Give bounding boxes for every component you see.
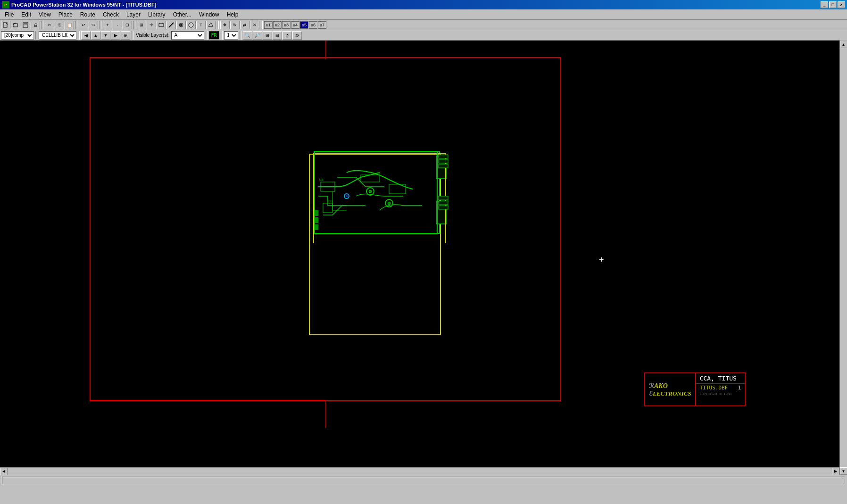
sep-t2-1 bbox=[35, 31, 37, 40]
pad-button[interactable] bbox=[186, 21, 196, 29]
zoom-in-btn2[interactable]: 🔍 bbox=[243, 31, 252, 40]
layer-tab-u3[interactable]: u3 bbox=[282, 21, 291, 29]
menu-other[interactable]: Other... bbox=[169, 9, 195, 19]
snap-button[interactable]: ✛ bbox=[147, 21, 156, 29]
menu-layer[interactable]: Layer bbox=[123, 9, 144, 19]
title-bar-left: P ProCAD PowerStation 32 for Windows 95/… bbox=[2, 1, 156, 8]
redo-button[interactable]: ↪ bbox=[89, 21, 98, 29]
layer-name-selector[interactable]: CELLLIB LIE bbox=[39, 31, 76, 40]
logo-line1: ℛAKO bbox=[649, 382, 691, 390]
menu-library[interactable]: Library bbox=[144, 9, 169, 19]
zoom-level-selector[interactable]: 1 bbox=[224, 31, 238, 40]
paste-button[interactable]: 📋 bbox=[65, 21, 74, 29]
nav-button-1[interactable]: ◀ bbox=[81, 31, 91, 40]
layer-tab-u1[interactable]: u1 bbox=[264, 21, 273, 29]
refresh-btn[interactable]: ↺ bbox=[282, 31, 292, 40]
sep1 bbox=[42, 21, 43, 29]
nav-button-4[interactable]: ▶ bbox=[111, 31, 120, 40]
zoom-out-btn2[interactable]: 🔎 bbox=[253, 31, 262, 40]
scroll-down-button[interactable]: ▼ bbox=[840, 467, 847, 475]
delete-button[interactable]: ✕ bbox=[250, 21, 259, 29]
via-button[interactable] bbox=[176, 21, 186, 29]
svg-rect-27 bbox=[315, 224, 318, 230]
minimize-button[interactable]: _ bbox=[821, 1, 828, 8]
component-button[interactable] bbox=[157, 21, 166, 29]
sep6 bbox=[261, 21, 263, 29]
cut-button[interactable]: ✂ bbox=[45, 21, 54, 29]
filename-label: TITUS.DBF bbox=[700, 385, 728, 391]
nav-button-5[interactable]: ⊕ bbox=[121, 31, 130, 40]
scroll-up-button[interactable]: ▲ bbox=[840, 41, 847, 48]
nav-button-3[interactable]: ▼ bbox=[101, 31, 110, 40]
layer-tab-u7[interactable]: u7 bbox=[318, 21, 326, 29]
mirror-button[interactable]: ⇄ bbox=[240, 21, 249, 29]
menu-edit[interactable]: Edit bbox=[17, 9, 35, 19]
svg-rect-17 bbox=[361, 175, 380, 182]
sep5 bbox=[217, 21, 219, 29]
svg-point-24 bbox=[388, 202, 390, 205]
property-btn[interactable]: ⚙ bbox=[292, 31, 302, 40]
layer-comp-selector[interactable]: [20]comp bbox=[1, 31, 34, 40]
polygon-button[interactable] bbox=[206, 21, 216, 29]
svg-rect-36 bbox=[439, 206, 448, 209]
title-logo: ℛAKO ℰLECTRONICS bbox=[645, 373, 696, 405]
sep-t2-5 bbox=[221, 31, 223, 40]
copy-button[interactable]: ⎘ bbox=[55, 21, 64, 29]
cad-canvas[interactable]: U3 PS1 BAT PO1 ℛAKO ℰLECTRONICS bbox=[0, 41, 847, 475]
print-button[interactable]: 🖨 bbox=[31, 21, 40, 29]
menu-check[interactable]: Check bbox=[99, 9, 123, 19]
layer-tab-u5[interactable]: u5 bbox=[300, 21, 308, 29]
close-button[interactable]: × bbox=[838, 1, 845, 8]
top-h-line bbox=[90, 58, 325, 58]
visible-layers-selector[interactable]: All bbox=[171, 31, 204, 40]
undo-button[interactable]: ↩ bbox=[79, 21, 88, 29]
new-button[interactable] bbox=[1, 21, 10, 29]
menu-place[interactable]: Place bbox=[55, 9, 76, 19]
cursor-crosshair: + bbox=[599, 255, 604, 265]
menu-view[interactable]: View bbox=[35, 9, 55, 19]
layer-tab-u6[interactable]: u6 bbox=[309, 21, 317, 29]
grid-button[interactable]: ⊞ bbox=[137, 21, 146, 29]
menu-file[interactable]: File bbox=[1, 9, 17, 19]
scrollbar-right: ▲ ▼ bbox=[839, 41, 847, 475]
project-name: CCA, TITUS bbox=[696, 373, 745, 384]
menu-bar: File Edit View Place Route Check Layer L… bbox=[0, 9, 847, 20]
svg-text:PS1: PS1 bbox=[328, 199, 333, 203]
zoom-in-button[interactable]: + bbox=[103, 21, 112, 29]
wire-button[interactable] bbox=[166, 21, 176, 29]
svg-rect-35 bbox=[439, 201, 448, 205]
save-button[interactable] bbox=[21, 21, 30, 29]
visible-layers-label: Visible Layer(s): bbox=[136, 33, 170, 38]
zoom-out-button[interactable]: - bbox=[113, 21, 122, 29]
pcb-traces: U3 PS1 BAT PO1 bbox=[309, 149, 455, 243]
zoom-fit-button[interactable]: ⊡ bbox=[123, 21, 132, 29]
zoom-all-btn[interactable]: ⊟ bbox=[273, 31, 282, 40]
title-bar-controls: _ □ × bbox=[821, 1, 845, 8]
open-button[interactable] bbox=[11, 21, 20, 29]
rotate-button[interactable]: ↻ bbox=[230, 21, 240, 29]
scroll-left-button[interactable]: ◀ bbox=[0, 468, 8, 475]
svg-rect-13 bbox=[314, 154, 446, 243]
menu-route[interactable]: Route bbox=[76, 9, 99, 19]
svg-rect-4 bbox=[24, 23, 27, 25]
text-button[interactable]: T bbox=[196, 21, 206, 29]
status-bar bbox=[0, 475, 847, 485]
menu-help[interactable]: Help bbox=[223, 9, 242, 19]
scroll-right-button[interactable]: ▶ bbox=[832, 468, 839, 475]
main-area: U3 PS1 BAT PO1 ℛAKO ℰLECTRONICS bbox=[0, 41, 847, 475]
layer-tab-u2[interactable]: u2 bbox=[273, 21, 282, 29]
svg-rect-32 bbox=[439, 159, 448, 163]
nav-button-2[interactable]: ▲ bbox=[91, 31, 100, 40]
layer-indicator-fr: FR bbox=[209, 31, 219, 40]
maximize-button[interactable]: □ bbox=[829, 1, 837, 8]
center-line-v bbox=[325, 41, 326, 59]
move-button[interactable]: ✥ bbox=[220, 21, 230, 29]
svg-rect-33 bbox=[439, 164, 448, 168]
svg-rect-14 bbox=[315, 151, 437, 234]
zoom-area-btn[interactable]: ⊞ bbox=[263, 31, 272, 40]
svg-line-8 bbox=[169, 23, 174, 27]
layer-tab-u4[interactable]: u4 bbox=[291, 21, 299, 29]
svg-marker-12 bbox=[208, 23, 213, 26]
bottom-h-line bbox=[90, 400, 325, 401]
menu-window[interactable]: Window bbox=[195, 9, 223, 19]
